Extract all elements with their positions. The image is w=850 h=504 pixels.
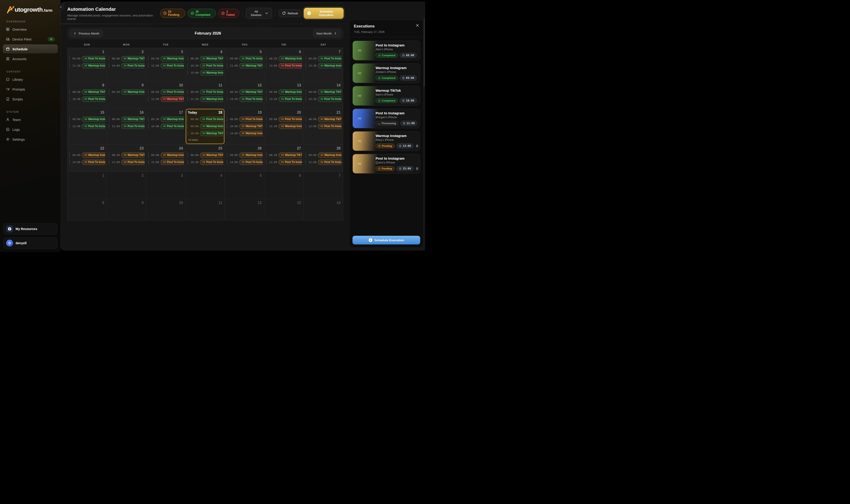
calendar-day-10[interactable]: 10 08:00 Post To Instagram 12:00 Warmup … (146, 82, 185, 109)
calendar-day-2[interactable]: 2 08:00 Warmup TikTok 14:00 Post To Inst… (107, 48, 146, 82)
calendar-event[interactable]: 09:30 Warmup Instagram (148, 116, 184, 122)
event-chip[interactable]: Warmup Instagram (318, 152, 341, 158)
calendar-event[interactable]: 08:00 Warmup TikTok (69, 89, 105, 95)
event-chip[interactable]: Post To Instagram (161, 124, 184, 129)
event-chip[interactable]: Post To Instagram (82, 124, 105, 129)
event-chip[interactable]: Warmup Instagram (161, 56, 184, 61)
sidebar-item-device-fleet[interactable]: Device Fleet 31 (3, 35, 58, 44)
calendar-day-next-10[interactable]: 10 (146, 199, 185, 220)
calendar-day-11[interactable]: 11 09:00 Post To Instagram 11:30 Warmup … (185, 82, 225, 109)
refresh-button[interactable]: Refresh (279, 10, 301, 17)
event-chip[interactable]: Warmup TikTok (121, 56, 145, 61)
calendar-event[interactable]: 09:00 Post To Instagram (69, 56, 105, 61)
calendar-day-next-8[interactable]: 8 (68, 199, 107, 220)
calendar-event[interactable]: 13:30 Post To Instagram (266, 96, 302, 102)
calendar-day-1[interactable]: 1 09:00 Post To Instagram 11:30 Warmup I… (68, 48, 107, 82)
event-chip[interactable]: Warmup Instagram (200, 70, 223, 75)
calendar-event[interactable]: 08:30 Warmup Instagram (266, 56, 302, 61)
calendar-day-26[interactable]: 26 09:00 Warmup Instagram 14:00 Post To … (225, 145, 264, 172)
calendar-day-23[interactable]: 23 08:30 Warmup TikTok 11:00 Post To Ins… (107, 145, 146, 172)
calendar-event[interactable]: 14:00 Post To Instagram (69, 159, 105, 165)
calendar-event[interactable]: 11:00 Warmup TikTok (227, 62, 263, 69)
calendar-day-9[interactable]: 9 09:30 Warmup Instagram (107, 82, 146, 109)
calendar-day-4[interactable]: 4 08:00 Warmup TikTok 10:30 Post To Inst… (185, 48, 225, 82)
sidebar-item-accounts[interactable]: Accounts (3, 54, 58, 64)
execution-card[interactable]: Warmup Instagram Jordan's iPhone Complet… (353, 64, 420, 83)
sidebar-item-team[interactable]: Team (3, 115, 58, 124)
calendar-event[interactable]: 08:00 Post To Instagram (148, 89, 184, 95)
calendar-day-22[interactable]: 22 09:00 Warmup Instagram 14:00 Post To … (68, 145, 107, 172)
event-chip[interactable]: Warmup Instagram (82, 63, 105, 68)
event-chip[interactable]: Warmup Instagram (82, 116, 105, 122)
event-chip[interactable]: Post To Instagram (161, 63, 184, 68)
event-chip[interactable]: Post To Instagram (239, 160, 263, 165)
calendar-event[interactable]: 11:00 Post To Instagram (109, 159, 145, 165)
sidebar-item-library[interactable]: Library (3, 75, 58, 84)
calendar-day-next-4[interactable]: 4 (185, 172, 225, 199)
event-chip[interactable]: Post To Instagram (279, 63, 302, 68)
calendar-event[interactable]: 13:00 Post To Instagram (266, 62, 302, 69)
event-chip[interactable]: Post To Instagram (161, 89, 184, 95)
event-chip[interactable]: Post To Instagram (318, 96, 341, 102)
calendar-event[interactable]: 10:30 Post To Instagram (305, 96, 341, 102)
calendar-day-8[interactable]: 8 08:00 Warmup TikTok 10:00 Post To Inst… (68, 82, 107, 109)
calendar-day-28[interactable]: 28 09:00 Warmup Instagram 12:00 Post To … (303, 145, 343, 172)
schedule-execution-footer-button[interactable]: Schedule Execution (353, 236, 420, 245)
calendar-event[interactable]: 09:00 Warmup Instagram (187, 123, 223, 129)
calendar-day-13[interactable]: 13 09:00 Warmup Instagram 13:30 Post To … (264, 82, 303, 109)
calendar-event[interactable]: 08:00 Warmup TikTok (109, 116, 145, 122)
event-chip[interactable]: Warmup TikTok (239, 63, 263, 68)
calendar-event[interactable]: 11:00 Post To Instagram (109, 123, 145, 129)
event-chip[interactable]: Warmup Instagram (239, 131, 263, 136)
event-chip[interactable]: Warmup Instagram (161, 152, 184, 158)
event-chip[interactable]: Warmup TikTok (200, 56, 223, 61)
calendar-day-next-6[interactable]: 6 (264, 172, 303, 199)
calendar-day-next-11[interactable]: 11 (185, 199, 225, 220)
event-chip[interactable]: Post To Instagram (121, 160, 145, 165)
calendar-day-24[interactable]: 24 09:00 Warmup Instagram 13:00 Post To … (146, 145, 185, 172)
calendar-event[interactable]: 14:00 Post To Instagram (227, 159, 263, 165)
execution-card[interactable]: Post to Instagram Alex's iPhone Complete… (353, 41, 420, 60)
calendar-event[interactable]: 09:00 Warmup Instagram (69, 116, 105, 122)
event-chip[interactable]: Post To Instagram (121, 63, 145, 68)
event-chip[interactable]: Warmup TikTok (121, 152, 145, 158)
delete-execution-button[interactable] (415, 167, 419, 170)
calendar-day-next-9[interactable]: 9 (107, 199, 146, 220)
calendar-event[interactable]: 08:30 Warmup TikTok (266, 152, 302, 158)
event-chip[interactable]: Post To Instagram (121, 124, 145, 129)
event-chip[interactable]: Post To Instagram (82, 160, 105, 165)
event-chip[interactable]: Warmup TikTok (318, 89, 341, 95)
close-icon[interactable] (415, 23, 419, 27)
sidebar-item-scripts[interactable]: Scripts (3, 94, 58, 104)
event-chip[interactable]: Post To Instagram (200, 89, 223, 95)
execution-card[interactable]: Post to Instagram Quinn's iPhone Pending… (353, 154, 420, 174)
event-chip[interactable]: Warmup Instagram (318, 63, 341, 68)
schedule-execution-button[interactable]: Schedule Execution (304, 8, 343, 19)
calendar-event[interactable]: 13:00 Post To Instagram (148, 159, 184, 165)
calendar-event[interactable]: 09:30 Warmup Instagram (148, 56, 184, 61)
calendar-day-7[interactable]: 7 09:00 Post To Instagram 14:30 Warmup I… (303, 48, 343, 82)
calendar-day-20[interactable]: 20 09:00 Post To Instagram 11:30 Warmup … (264, 109, 303, 145)
sidebar-item-overview[interactable]: Overview (3, 25, 58, 34)
event-chip[interactable]: Post To Instagram (82, 96, 105, 102)
event-chip[interactable]: Warmup Instagram (200, 124, 223, 129)
calendar-event[interactable]: 11:30 Warmup Instagram (69, 62, 105, 69)
event-chip[interactable]: Post To Instagram (200, 160, 223, 165)
event-chip[interactable]: Warmup TikTok (161, 96, 184, 102)
my-resources-card[interactable]: My Resources (3, 223, 57, 235)
calendar-event[interactable]: 08:00 Warmup TikTok (187, 56, 223, 61)
calendar-day-5[interactable]: 5 09:00 Post To Instagram 11:00 Warmup T… (225, 48, 264, 82)
calendar-event[interactable]: 08:00 Warmup TikTok (109, 56, 145, 61)
event-chip[interactable]: Post To Instagram (279, 116, 302, 122)
sidebar-collapse-button[interactable]: « (58, 4, 64, 10)
calendar-event[interactable]: 14:30 Warmup Instagram (305, 62, 341, 69)
calendar-event[interactable]: 10:00 Warmup TikTok (227, 123, 263, 129)
event-chip[interactable]: Warmup Instagram (239, 152, 263, 158)
event-chip[interactable]: Warmup TikTok (200, 152, 223, 158)
calendar-event[interactable]: 11:30 Warmup Instagram (266, 123, 302, 129)
event-chip[interactable]: Post To Instagram (318, 56, 341, 61)
calendar-day-25[interactable]: 25 08:00 Warmup TikTok 10:30 Post To Ins… (185, 145, 225, 172)
calendar-day-next-5[interactable]: 5 (225, 172, 264, 199)
event-chip[interactable]: Warmup Instagram (121, 89, 145, 95)
calendar-event[interactable]: 12:00 Post To Instagram (305, 123, 341, 129)
